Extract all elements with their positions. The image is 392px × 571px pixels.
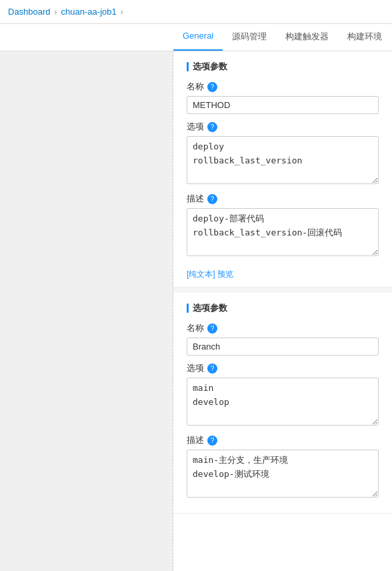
section-method: 选项参数 名称 ? 选项 ? 描述	[173, 51, 392, 288]
sidebar	[0, 51, 173, 571]
breadcrumb-dashboard[interactable]: Dashboard	[8, 7, 51, 17]
breadcrumb-sep1: ›	[55, 7, 57, 17]
section1-title: 选项参数	[187, 61, 379, 73]
field-options2: 选项 ?	[187, 362, 379, 428]
breadcrumb-bar: Dashboard › chuan-aa-job1 ›	[0, 0, 392, 24]
input-name1[interactable]	[187, 96, 379, 114]
label-options2: 选项 ?	[187, 362, 379, 374]
preview-link1[interactable]: [纯文本] 预览	[187, 269, 233, 280]
input-name2[interactable]	[187, 338, 379, 356]
help-name1-icon[interactable]: ?	[207, 82, 217, 92]
field-desc2: 描述 ?	[187, 434, 379, 500]
tab-trigger[interactable]: 构建触发器	[276, 24, 338, 51]
tab-source[interactable]: 源码管理	[223, 24, 276, 51]
help-name2-icon[interactable]: ?	[207, 324, 217, 334]
label-desc1: 描述 ?	[187, 193, 379, 205]
tabs-bar: General 源码管理 构建触发器 构建环境	[0, 24, 392, 51]
label-name1: 名称 ?	[187, 81, 379, 93]
tab-general[interactable]: General	[173, 24, 223, 51]
main-layout: 选项参数 名称 ? 选项 ? 描述	[0, 51, 392, 571]
content-area: 选项参数 名称 ? 选项 ? 描述	[173, 51, 392, 571]
tab-env[interactable]: 构建环境	[338, 24, 391, 51]
textarea-desc2[interactable]	[187, 450, 379, 498]
breadcrumb-job[interactable]: chuan-aa-job1	[61, 7, 117, 17]
help-options1-icon[interactable]: ?	[207, 122, 217, 132]
help-options2-icon[interactable]: ?	[207, 364, 217, 374]
label-name2: 名称 ?	[187, 322, 379, 334]
textarea-options1[interactable]	[187, 136, 379, 184]
label-desc2: 描述 ?	[187, 434, 379, 446]
help-desc2-icon[interactable]: ?	[207, 436, 217, 446]
breadcrumb-sep2: ›	[121, 7, 123, 17]
help-desc1-icon[interactable]: ?	[207, 194, 217, 204]
field-name2: 名称 ?	[187, 322, 379, 356]
textarea-options2[interactable]	[187, 378, 379, 426]
field-desc1: 描述 ?	[187, 193, 379, 258]
field-options1: 选项 ?	[187, 121, 379, 186]
label-options1: 选项 ?	[187, 121, 379, 133]
section-branch: 选项参数 名称 ? 选项 ? 描述	[173, 293, 392, 514]
field-name1: 名称 ?	[187, 81, 379, 114]
section2-title: 选项参数	[187, 302, 379, 314]
divider1	[173, 288, 392, 293]
textarea-desc1[interactable]	[187, 208, 379, 256]
